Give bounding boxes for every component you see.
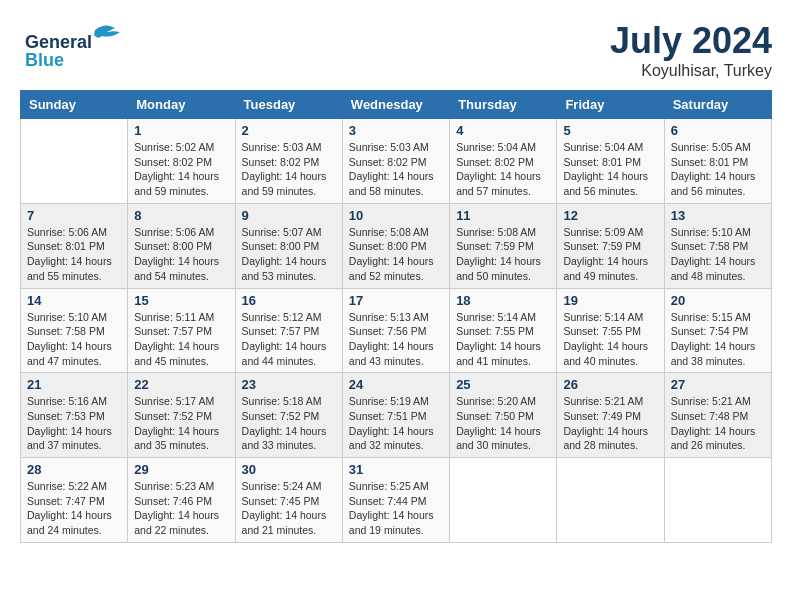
calendar-cell — [664, 458, 771, 543]
day-number: 27 — [671, 377, 765, 392]
cell-data: Sunrise: 5:10 AM Sunset: 7:58 PM Dayligh… — [27, 310, 121, 369]
day-number: 29 — [134, 462, 228, 477]
logo: General Blue — [20, 20, 130, 70]
cell-data: Sunrise: 5:21 AM Sunset: 7:49 PM Dayligh… — [563, 394, 657, 453]
calendar-cell: 19Sunrise: 5:14 AM Sunset: 7:55 PM Dayli… — [557, 288, 664, 373]
day-number: 15 — [134, 293, 228, 308]
calendar-cell — [557, 458, 664, 543]
cell-data: Sunrise: 5:03 AM Sunset: 8:02 PM Dayligh… — [242, 140, 336, 199]
cell-data: Sunrise: 5:13 AM Sunset: 7:56 PM Dayligh… — [349, 310, 443, 369]
day-number: 10 — [349, 208, 443, 223]
calendar-cell: 22Sunrise: 5:17 AM Sunset: 7:52 PM Dayli… — [128, 373, 235, 458]
calendar-cell: 1Sunrise: 5:02 AM Sunset: 8:02 PM Daylig… — [128, 119, 235, 204]
calendar-cell: 8Sunrise: 5:06 AM Sunset: 8:00 PM Daylig… — [128, 203, 235, 288]
day-number: 8 — [134, 208, 228, 223]
cell-data: Sunrise: 5:18 AM Sunset: 7:52 PM Dayligh… — [242, 394, 336, 453]
calendar-cell: 3Sunrise: 5:03 AM Sunset: 8:02 PM Daylig… — [342, 119, 449, 204]
cell-data: Sunrise: 5:22 AM Sunset: 7:47 PM Dayligh… — [27, 479, 121, 538]
week-row-2: 7Sunrise: 5:06 AM Sunset: 8:01 PM Daylig… — [21, 203, 772, 288]
cell-data: Sunrise: 5:11 AM Sunset: 7:57 PM Dayligh… — [134, 310, 228, 369]
cell-data: Sunrise: 5:23 AM Sunset: 7:46 PM Dayligh… — [134, 479, 228, 538]
day-number: 6 — [671, 123, 765, 138]
day-header-friday: Friday — [557, 91, 664, 119]
calendar-cell: 21Sunrise: 5:16 AM Sunset: 7:53 PM Dayli… — [21, 373, 128, 458]
cell-data: Sunrise: 5:08 AM Sunset: 7:59 PM Dayligh… — [456, 225, 550, 284]
calendar-cell: 23Sunrise: 5:18 AM Sunset: 7:52 PM Dayli… — [235, 373, 342, 458]
logo-svg: General Blue — [20, 20, 130, 70]
day-header-thursday: Thursday — [450, 91, 557, 119]
calendar-cell — [450, 458, 557, 543]
title-area: July 2024 Koyulhisar, Turkey — [610, 20, 772, 80]
calendar-cell: 6Sunrise: 5:05 AM Sunset: 8:01 PM Daylig… — [664, 119, 771, 204]
calendar-cell: 14Sunrise: 5:10 AM Sunset: 7:58 PM Dayli… — [21, 288, 128, 373]
cell-data: Sunrise: 5:02 AM Sunset: 8:02 PM Dayligh… — [134, 140, 228, 199]
cell-data: Sunrise: 5:10 AM Sunset: 7:58 PM Dayligh… — [671, 225, 765, 284]
calendar-body: 1Sunrise: 5:02 AM Sunset: 8:02 PM Daylig… — [21, 119, 772, 543]
cell-data: Sunrise: 5:14 AM Sunset: 7:55 PM Dayligh… — [456, 310, 550, 369]
day-header-saturday: Saturday — [664, 91, 771, 119]
calendar-cell: 9Sunrise: 5:07 AM Sunset: 8:00 PM Daylig… — [235, 203, 342, 288]
day-number: 28 — [27, 462, 121, 477]
calendar-cell: 30Sunrise: 5:24 AM Sunset: 7:45 PM Dayli… — [235, 458, 342, 543]
calendar-cell: 7Sunrise: 5:06 AM Sunset: 8:01 PM Daylig… — [21, 203, 128, 288]
week-row-1: 1Sunrise: 5:02 AM Sunset: 8:02 PM Daylig… — [21, 119, 772, 204]
day-number: 21 — [27, 377, 121, 392]
day-number: 20 — [671, 293, 765, 308]
calendar-cell: 24Sunrise: 5:19 AM Sunset: 7:51 PM Dayli… — [342, 373, 449, 458]
calendar-cell: 31Sunrise: 5:25 AM Sunset: 7:44 PM Dayli… — [342, 458, 449, 543]
calendar-cell: 25Sunrise: 5:20 AM Sunset: 7:50 PM Dayli… — [450, 373, 557, 458]
calendar-cell: 2Sunrise: 5:03 AM Sunset: 8:02 PM Daylig… — [235, 119, 342, 204]
cell-data: Sunrise: 5:03 AM Sunset: 8:02 PM Dayligh… — [349, 140, 443, 199]
cell-data: Sunrise: 5:12 AM Sunset: 7:57 PM Dayligh… — [242, 310, 336, 369]
cell-data: Sunrise: 5:20 AM Sunset: 7:50 PM Dayligh… — [456, 394, 550, 453]
cell-data: Sunrise: 5:14 AM Sunset: 7:55 PM Dayligh… — [563, 310, 657, 369]
cell-data: Sunrise: 5:09 AM Sunset: 7:59 PM Dayligh… — [563, 225, 657, 284]
cell-data: Sunrise: 5:19 AM Sunset: 7:51 PM Dayligh… — [349, 394, 443, 453]
calendar-cell: 5Sunrise: 5:04 AM Sunset: 8:01 PM Daylig… — [557, 119, 664, 204]
calendar-cell: 10Sunrise: 5:08 AM Sunset: 8:00 PM Dayli… — [342, 203, 449, 288]
day-number: 9 — [242, 208, 336, 223]
day-header-wednesday: Wednesday — [342, 91, 449, 119]
calendar-cell: 28Sunrise: 5:22 AM Sunset: 7:47 PM Dayli… — [21, 458, 128, 543]
calendar-cell: 15Sunrise: 5:11 AM Sunset: 7:57 PM Dayli… — [128, 288, 235, 373]
cell-data: Sunrise: 5:15 AM Sunset: 7:54 PM Dayligh… — [671, 310, 765, 369]
day-number: 22 — [134, 377, 228, 392]
cell-data: Sunrise: 5:04 AM Sunset: 8:01 PM Dayligh… — [563, 140, 657, 199]
day-number: 24 — [349, 377, 443, 392]
cell-data: Sunrise: 5:07 AM Sunset: 8:00 PM Dayligh… — [242, 225, 336, 284]
day-number: 16 — [242, 293, 336, 308]
location-title: Koyulhisar, Turkey — [610, 62, 772, 80]
day-number: 23 — [242, 377, 336, 392]
day-number: 14 — [27, 293, 121, 308]
day-number: 11 — [456, 208, 550, 223]
calendar-cell — [21, 119, 128, 204]
day-number: 12 — [563, 208, 657, 223]
week-row-5: 28Sunrise: 5:22 AM Sunset: 7:47 PM Dayli… — [21, 458, 772, 543]
calendar-cell: 11Sunrise: 5:08 AM Sunset: 7:59 PM Dayli… — [450, 203, 557, 288]
calendar-cell: 20Sunrise: 5:15 AM Sunset: 7:54 PM Dayli… — [664, 288, 771, 373]
calendar-cell: 16Sunrise: 5:12 AM Sunset: 7:57 PM Dayli… — [235, 288, 342, 373]
calendar-cell: 27Sunrise: 5:21 AM Sunset: 7:48 PM Dayli… — [664, 373, 771, 458]
month-title: July 2024 — [610, 20, 772, 62]
cell-data: Sunrise: 5:25 AM Sunset: 7:44 PM Dayligh… — [349, 479, 443, 538]
calendar-cell: 26Sunrise: 5:21 AM Sunset: 7:49 PM Dayli… — [557, 373, 664, 458]
calendar-cell: 12Sunrise: 5:09 AM Sunset: 7:59 PM Dayli… — [557, 203, 664, 288]
calendar-header-row: SundayMondayTuesdayWednesdayThursdayFrid… — [21, 91, 772, 119]
cell-data: Sunrise: 5:24 AM Sunset: 7:45 PM Dayligh… — [242, 479, 336, 538]
cell-data: Sunrise: 5:17 AM Sunset: 7:52 PM Dayligh… — [134, 394, 228, 453]
calendar-cell: 4Sunrise: 5:04 AM Sunset: 8:02 PM Daylig… — [450, 119, 557, 204]
cell-data: Sunrise: 5:06 AM Sunset: 8:01 PM Dayligh… — [27, 225, 121, 284]
calendar-cell: 29Sunrise: 5:23 AM Sunset: 7:46 PM Dayli… — [128, 458, 235, 543]
week-row-4: 21Sunrise: 5:16 AM Sunset: 7:53 PM Dayli… — [21, 373, 772, 458]
day-number: 13 — [671, 208, 765, 223]
day-number: 30 — [242, 462, 336, 477]
day-number: 5 — [563, 123, 657, 138]
cell-data: Sunrise: 5:08 AM Sunset: 8:00 PM Dayligh… — [349, 225, 443, 284]
cell-data: Sunrise: 5:16 AM Sunset: 7:53 PM Dayligh… — [27, 394, 121, 453]
cell-data: Sunrise: 5:04 AM Sunset: 8:02 PM Dayligh… — [456, 140, 550, 199]
day-number: 1 — [134, 123, 228, 138]
day-number: 2 — [242, 123, 336, 138]
cell-data: Sunrise: 5:05 AM Sunset: 8:01 PM Dayligh… — [671, 140, 765, 199]
day-number: 4 — [456, 123, 550, 138]
day-header-sunday: Sunday — [21, 91, 128, 119]
